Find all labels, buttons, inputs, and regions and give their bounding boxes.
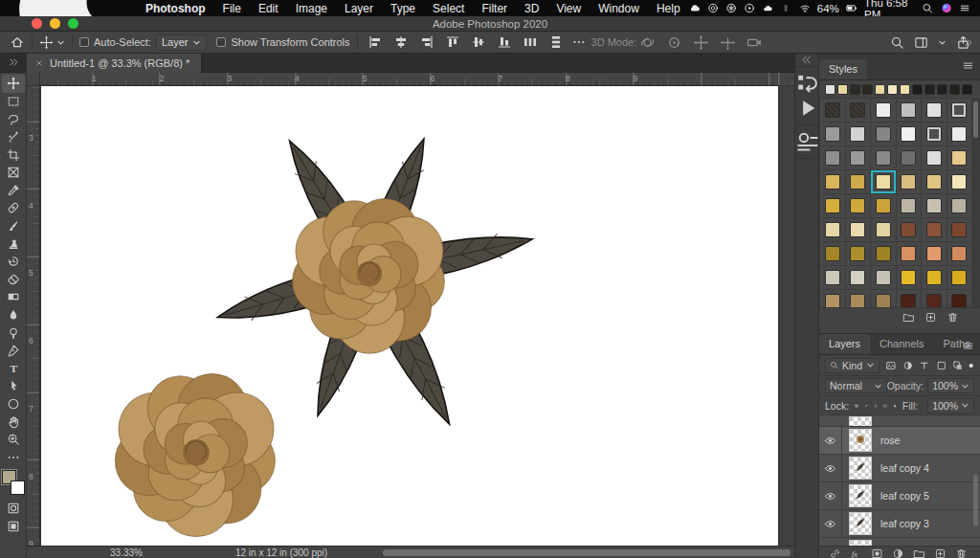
style-swatch[interactable] <box>897 218 922 241</box>
lock-artboard-icon[interactable] <box>883 400 887 412</box>
style-swatch[interactable] <box>871 290 896 307</box>
orbit-3d-icon[interactable] <box>639 34 656 51</box>
siri-icon[interactable] <box>941 1 952 15</box>
chevrons-right-icon[interactable] <box>6 56 21 68</box>
style-swatch[interactable] <box>897 194 922 217</box>
align-top-edges-icon[interactable] <box>445 34 460 50</box>
ellipse-tool[interactable] <box>2 395 25 413</box>
filter-type-layers-icon[interactable] <box>919 359 930 372</box>
style-swatch[interactable] <box>897 290 922 307</box>
layer-style-fx-icon[interactable]: fx <box>850 547 862 558</box>
menu-item-type[interactable]: Type <box>382 2 424 15</box>
style-swatch[interactable] <box>871 266 896 289</box>
style-swatch[interactable] <box>846 266 871 289</box>
style-swatch[interactable] <box>871 170 896 193</box>
tool-presets-panel-icon[interactable] <box>795 129 820 154</box>
style-swatch[interactable] <box>820 146 845 169</box>
document-tab[interactable]: Untitled-1 @ 33.3% (RGB/8) * <box>27 54 202 73</box>
style-swatch[interactable] <box>922 146 947 169</box>
auto-select-checkbox[interactable] <box>79 37 89 47</box>
object-selection-tool[interactable] <box>2 128 25 146</box>
gradient-tool[interactable] <box>2 288 25 306</box>
style-swatch[interactable] <box>846 194 871 217</box>
roll-3d-icon[interactable] <box>666 34 682 51</box>
style-swatch[interactable] <box>820 170 845 193</box>
style-swatch[interactable] <box>947 290 972 307</box>
hand-tool[interactable] <box>2 413 25 431</box>
style-swatch[interactable] <box>922 266 947 289</box>
layer-visibility-toggle[interactable] <box>819 427 842 455</box>
layer-visibility-toggle[interactable] <box>819 455 842 482</box>
style-swatch[interactable] <box>846 170 871 193</box>
align-horizontal-centers-icon[interactable] <box>393 34 409 50</box>
style-swatch[interactable] <box>871 123 896 145</box>
style-preset-swatch[interactable] <box>837 84 848 95</box>
style-swatch[interactable] <box>846 99 871 122</box>
spotlight-icon[interactable] <box>922 1 933 15</box>
history-panel-icon[interactable] <box>795 71 820 96</box>
align-bottom-edges-icon[interactable] <box>497 34 512 50</box>
style-swatch[interactable] <box>897 170 922 193</box>
clone-stamp-tool[interactable] <box>2 234 25 253</box>
style-preset-swatch[interactable] <box>900 84 910 95</box>
actions-panel-icon[interactable] <box>795 96 820 121</box>
onedrive-icon[interactable] <box>762 1 773 15</box>
style-swatch[interactable] <box>947 123 972 145</box>
delete-style-icon[interactable] <box>947 311 959 324</box>
chevrons-right-icon[interactable] <box>962 37 974 48</box>
new-style-icon[interactable] <box>924 311 937 324</box>
menu-item-select[interactable]: Select <box>424 2 473 15</box>
style-preset-swatch[interactable] <box>887 84 898 95</box>
auto-select-dropdown[interactable]: Layer <box>156 34 208 51</box>
style-preset-swatch[interactable] <box>862 84 873 95</box>
layer-visibility-toggle[interactable] <box>819 510 842 538</box>
tab-channels[interactable]: Channels <box>870 334 933 354</box>
style-swatch[interactable] <box>820 194 845 217</box>
style-swatch[interactable] <box>846 146 871 169</box>
new-group-folder-icon[interactable] <box>902 311 915 324</box>
lasso-tool[interactable] <box>2 110 25 128</box>
menu-item-layer[interactable]: Layer <box>336 2 382 15</box>
style-swatch[interactable] <box>846 290 871 307</box>
layer-row-leaf-copy-3[interactable]: leaf copy 3 <box>819 510 980 538</box>
cloud-sync-icon[interactable] <box>689 1 701 15</box>
quick-mask-button[interactable] <box>2 500 25 518</box>
style-swatch[interactable] <box>897 242 922 265</box>
layers-scrollbar[interactable] <box>973 475 978 526</box>
filter-shape-layers-icon[interactable] <box>936 359 947 372</box>
battery-icon[interactable] <box>846 1 858 15</box>
style-preset-swatch[interactable] <box>949 84 960 95</box>
distribute-horizontal-icon[interactable] <box>523 34 538 50</box>
style-swatch[interactable] <box>922 242 947 265</box>
chevron-down-icon[interactable] <box>56 38 65 47</box>
type-tool[interactable]: T <box>2 360 25 378</box>
filter-smart-objects-icon[interactable] <box>952 359 964 372</box>
chevrons-left-icon[interactable] <box>795 54 818 67</box>
eraser-tool[interactable] <box>2 271 25 289</box>
lock-pixels-icon[interactable] <box>864 400 868 412</box>
more-options-icon[interactable] <box>572 35 586 49</box>
show-transform-control[interactable]: Show Transform Controls <box>216 36 349 48</box>
style-swatch[interactable] <box>871 99 896 122</box>
layer-thumbnail[interactable] <box>849 429 872 452</box>
layer-thumbnail[interactable] <box>849 512 872 535</box>
delete-layer-icon[interactable] <box>955 547 968 558</box>
close-tab-icon[interactable] <box>35 59 43 67</box>
notification-center-icon[interactable] <box>959 1 970 15</box>
align-left-edges-icon[interactable] <box>368 34 383 50</box>
dodge-tool[interactable] <box>2 324 25 342</box>
tab-layers[interactable]: Layers <box>819 334 870 354</box>
menu-item-window[interactable]: Window <box>590 2 648 15</box>
blend-mode-dropdown[interactable]: Normal <box>825 378 887 393</box>
distribute-vertical-icon[interactable] <box>548 34 564 50</box>
blur-tool[interactable] <box>2 306 25 324</box>
creative-cloud-icon[interactable] <box>707 1 719 15</box>
style-swatch[interactable] <box>897 99 922 122</box>
energy-icon[interactable] <box>744 1 755 15</box>
document-canvas[interactable] <box>41 86 778 546</box>
style-swatch[interactable] <box>922 170 947 193</box>
style-swatch[interactable] <box>922 99 947 122</box>
frame-tool[interactable] <box>2 164 25 182</box>
align-vertical-centers-icon[interactable] <box>471 34 486 50</box>
lock-position-icon[interactable] <box>874 400 878 412</box>
